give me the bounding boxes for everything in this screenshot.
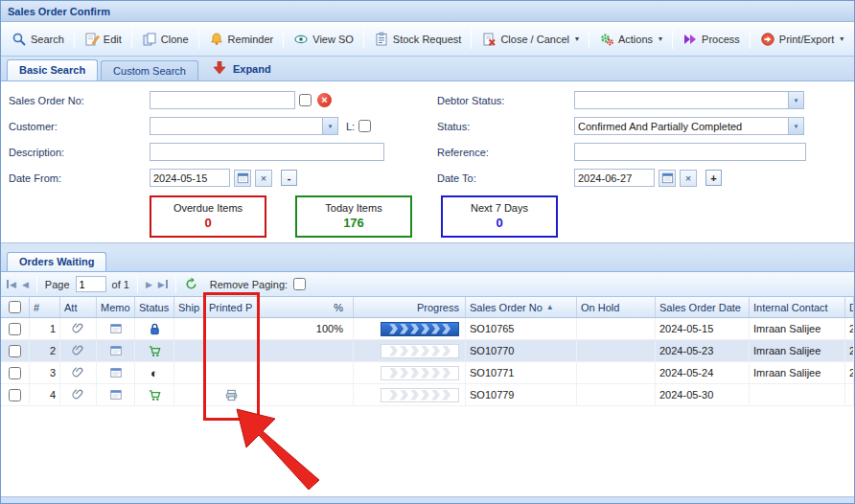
header-overflow[interactable]: D	[845, 297, 854, 317]
sales-order-no-input[interactable]	[150, 91, 295, 109]
customer-l-checkbox[interactable]	[358, 120, 371, 132]
status-combo: ▾	[574, 117, 804, 135]
memo-icon[interactable]	[109, 322, 123, 335]
row-overflow-cell: 2	[845, 318, 854, 339]
row-checkbox[interactable]	[9, 389, 21, 401]
paperclip-icon[interactable]	[72, 322, 85, 335]
process-button[interactable]: Process	[676, 27, 747, 52]
select-all-checkbox[interactable]	[9, 301, 21, 313]
row-checkbox[interactable]	[9, 367, 21, 379]
header-printed[interactable]: Printed P	[205, 297, 258, 317]
table-row[interactable]: 3 ◐ SO10771 2024-05-24 Imraan Salijee 2	[1, 362, 854, 384]
clear-sales-order-icon[interactable]: ×	[317, 93, 332, 107]
memo-icon[interactable]	[109, 344, 123, 357]
date-from-clear-icon[interactable]: ×	[255, 170, 272, 187]
date-from-input[interactable]	[150, 169, 230, 187]
date-to-plus-button[interactable]: +	[705, 170, 722, 186]
header-select-all[interactable]	[1, 297, 30, 317]
date-to-group: × +	[574, 169, 722, 187]
description-input[interactable]	[150, 143, 384, 161]
tab-orders-waiting[interactable]: Orders Waiting	[7, 252, 106, 271]
chevron-down-icon: ▾	[659, 34, 662, 43]
debtor-status-dropdown-icon[interactable]: ▾	[788, 91, 804, 109]
header-att[interactable]: Att	[60, 297, 97, 317]
row-pct-cell	[258, 340, 354, 361]
customer-dropdown-icon[interactable]: ▾	[322, 117, 338, 135]
expand-button[interactable]: Expand	[201, 57, 283, 80]
progress-bar-empty	[381, 366, 459, 380]
reference-input[interactable]	[574, 143, 806, 161]
window-titlebar: Sales Order Confirm	[1, 1, 854, 22]
tab-custom-search[interactable]: Custom Search	[101, 60, 198, 80]
next-page-button[interactable]: ▶	[146, 280, 152, 289]
toolbar-separator	[471, 30, 472, 49]
table-row[interactable]: 2 SO10770 2024-05-23 Imraan Salijee 2	[1, 340, 854, 362]
date-to-calendar-icon[interactable]	[659, 170, 676, 187]
header-sales-order-date[interactable]: Sales Order Date	[656, 297, 750, 317]
header-sales-order-no[interactable]: Sales Order No▲	[466, 297, 577, 317]
progress-bar-empty	[381, 344, 459, 358]
clone-button-label: Clone	[161, 34, 189, 45]
paperclip-icon[interactable]	[72, 366, 85, 379]
header-internal-contact[interactable]: Internal Contact	[750, 297, 845, 317]
header-on-hold-label: On Hold	[581, 302, 619, 313]
row-internal-contact-cell: Imraan Salijee	[750, 318, 845, 339]
row-ship-cell	[174, 362, 205, 383]
edit-button[interactable]: Edit	[78, 27, 128, 52]
today-items-value: 176	[297, 216, 410, 230]
next-7-days-box[interactable]: Next 7 Days 0	[441, 195, 558, 238]
first-page-button[interactable]: ◀	[7, 280, 16, 289]
header-progress[interactable]: Progress	[354, 297, 466, 317]
search-button[interactable]: Search	[5, 27, 71, 52]
print-export-button[interactable]: Print/Export ▾	[753, 27, 850, 52]
view-so-button[interactable]: View SO	[287, 27, 360, 52]
status-input[interactable]	[574, 117, 788, 135]
tab-basic-search[interactable]: Basic Search	[7, 59, 98, 80]
debtor-status-input[interactable]	[574, 91, 788, 109]
row-sales-order-date-cell: 2024-05-30	[656, 384, 750, 405]
today-items-box[interactable]: Today Items 176	[295, 195, 412, 238]
clone-button[interactable]: Clone	[135, 27, 196, 52]
actions-button[interactable]: Actions ▾	[592, 27, 669, 52]
memo-icon[interactable]	[109, 366, 123, 379]
status-dropdown-icon[interactable]: ▾	[788, 117, 804, 135]
header-pct[interactable]: %	[258, 297, 354, 317]
header-status[interactable]: Status	[135, 297, 174, 317]
date-from-minus-button[interactable]: -	[281, 170, 297, 186]
header-num[interactable]: #	[30, 297, 60, 317]
reminder-button[interactable]: Reminder	[202, 27, 281, 52]
stock-request-button[interactable]: Stock Request	[367, 27, 469, 52]
row-checkbox[interactable]	[9, 323, 21, 335]
reference-label: Reference:	[437, 147, 574, 158]
table-row[interactable]: 1 100% SO10765 2024-05-15 Imraan Salijee…	[1, 318, 854, 340]
paperclip-icon[interactable]	[72, 388, 85, 401]
customer-input[interactable]	[150, 117, 322, 135]
row-checkbox[interactable]	[9, 345, 21, 357]
date-to-input[interactable]	[574, 169, 655, 187]
toolbar-separator	[672, 30, 673, 49]
header-printed-label: Printed P	[209, 302, 252, 313]
date-to-clear-icon[interactable]: ×	[680, 170, 697, 187]
last-page-button[interactable]: ▶	[158, 280, 168, 289]
memo-icon[interactable]	[109, 388, 123, 401]
sales-order-no-checkbox[interactable]	[299, 94, 312, 106]
close-cancel-button[interactable]: Close / Cancel ▾	[474, 27, 586, 52]
remove-paging-checkbox[interactable]	[293, 278, 306, 290]
refresh-icon[interactable]	[184, 277, 198, 291]
header-memo[interactable]: Memo	[97, 297, 135, 317]
header-on-hold[interactable]: On Hold	[577, 297, 656, 317]
paperclip-icon[interactable]	[72, 344, 85, 357]
next-7-days-label: Next 7 Days	[443, 202, 556, 214]
sales-order-no-group: ×	[150, 91, 437, 109]
printer-icon[interactable]	[224, 388, 239, 402]
prev-page-button[interactable]: ◀	[22, 280, 29, 289]
row-sales-order-no-cell: SO10770	[466, 340, 577, 361]
header-memo-label: Memo	[101, 302, 130, 313]
last-page-icon: ▶	[158, 280, 165, 289]
overdue-items-box[interactable]: Overdue Items 0	[150, 195, 266, 238]
page-number-input[interactable]	[76, 276, 106, 292]
date-from-calendar-icon[interactable]	[234, 170, 251, 187]
table-row[interactable]: 4 SO10779 2024-05-30	[1, 384, 854, 406]
header-ship[interactable]: Ship	[174, 297, 205, 317]
row-printed-cell	[205, 340, 258, 361]
